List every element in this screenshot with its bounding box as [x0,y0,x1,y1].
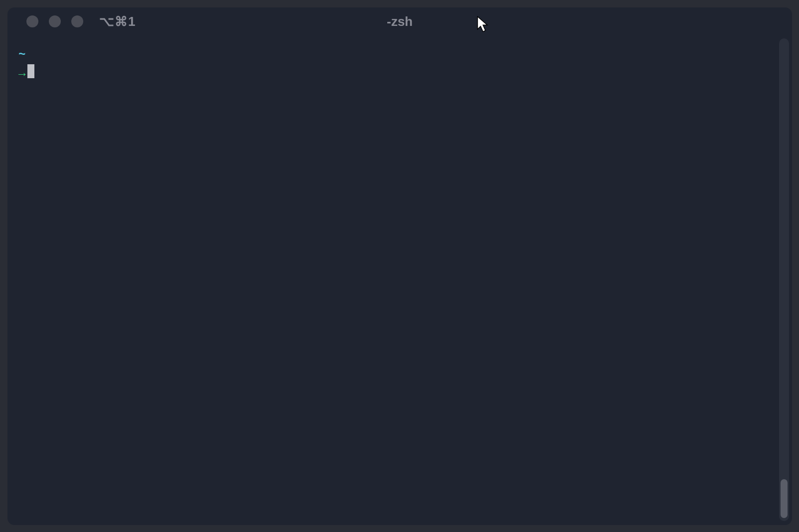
cursor-block-icon [27,64,34,78]
cwd-label: ~ [18,45,25,64]
maximize-button[interactable] [71,15,83,27]
prompt-input-line[interactable]: → [18,64,789,84]
close-button[interactable] [26,15,38,27]
minimize-button[interactable] [49,15,61,27]
prompt-cwd-line: ~ [18,45,789,64]
scrollbar-track[interactable] [779,38,789,521]
hotkey-label: ⌥⌘1 [99,14,136,29]
terminal-window: ⌥⌘1 -zsh ~ → [7,7,792,525]
titlebar[interactable]: ⌥⌘1 -zsh [7,7,792,35]
traffic-lights [26,15,83,27]
prompt-arrow-icon: → [18,65,25,84]
scrollbar-thumb[interactable] [781,479,788,518]
terminal-body[interactable]: ~ → [7,35,792,525]
window-title: -zsh [387,14,413,29]
